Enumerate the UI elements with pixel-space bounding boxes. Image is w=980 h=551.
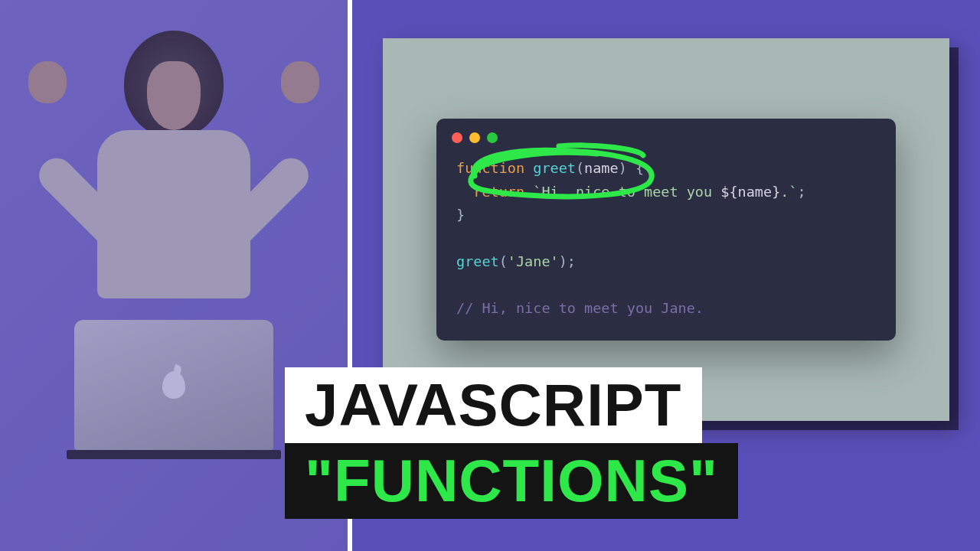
semicolon1: ; [798, 184, 806, 200]
zoom-dot-icon [487, 132, 498, 143]
call-fn: greet [456, 253, 499, 269]
call-paren-close: ) [559, 253, 567, 269]
brace-open: { [635, 160, 644, 176]
semicolon2: ; [567, 253, 576, 269]
laptop-stand [67, 450, 281, 459]
close-dot-icon [452, 132, 462, 143]
paren-open: ( [576, 160, 584, 176]
output-comment: // Hi, nice to meet you Jane. [456, 300, 704, 316]
title-line-1: JAVASCRIPT [285, 367, 702, 443]
window-traffic-lights [436, 119, 896, 151]
minimize-dot-icon [469, 132, 480, 143]
call-arg: 'Jane' [508, 253, 559, 269]
title-line-2: "FUNCTIONS" [285, 443, 738, 519]
laptop [74, 320, 273, 450]
function-name: greet [533, 160, 576, 176]
interp-open: ${ [720, 184, 737, 200]
keyword-return: return [473, 184, 524, 200]
presenter-head [124, 31, 224, 138]
call-paren-open: ( [499, 253, 508, 269]
apple-logo-icon [162, 371, 185, 399]
interp-var: name [738, 184, 773, 200]
presenter-arm-left [32, 152, 143, 262]
code-block: function greet(name) { return `Hi, nice … [436, 151, 896, 321]
presenter-arm-right [204, 152, 315, 262]
string-part1: `Hi, nice to meet you [533, 184, 720, 200]
paren-close: ) [619, 160, 627, 176]
presenter-hand-left [28, 61, 67, 103]
param-name: name [584, 160, 619, 176]
slide-card: function greet(name) { return `Hi, nice … [383, 38, 949, 421]
code-editor-window: function greet(name) { return `Hi, nice … [436, 119, 896, 341]
interp-close: } [772, 184, 780, 200]
brace-close: } [456, 207, 465, 223]
title-overlay: JAVASCRIPT "FUNCTIONS" [285, 367, 738, 519]
presenter-torso [97, 130, 250, 298]
presenter-hand-right [281, 61, 319, 103]
presenter-face [147, 61, 201, 130]
string-part2: .` [780, 184, 797, 200]
keyword-function: function [456, 160, 524, 176]
